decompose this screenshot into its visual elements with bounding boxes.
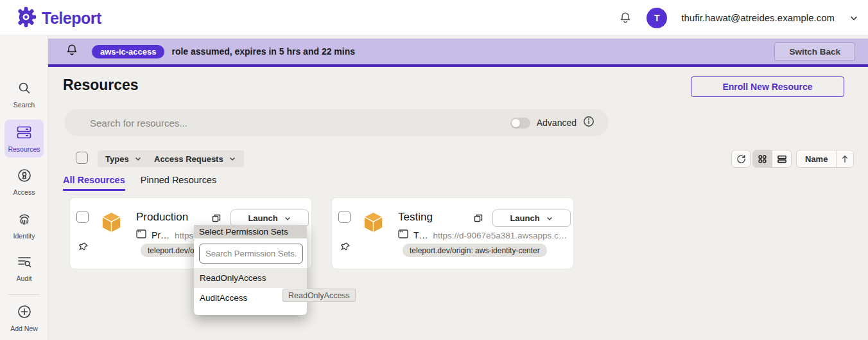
- teleport-logo[interactable]: Teleport: [15, 6, 101, 30]
- permission-set-option-readonlyaccess[interactable]: ReadOnlyAccess: [194, 268, 307, 288]
- notifications-bell-icon[interactable]: [618, 11, 632, 25]
- types-filter-button[interactable]: Types: [98, 150, 150, 167]
- resources-icon: [16, 131, 32, 142]
- permission-set-tooltip: ReadOnlyAccess: [282, 289, 356, 302]
- list-view-button[interactable]: [772, 150, 791, 167]
- view-mode-toggle: [752, 150, 792, 168]
- permission-sets-dropdown-title: Select Permission Sets: [194, 225, 307, 238]
- tab-all-resources[interactable]: All Resources: [63, 175, 125, 191]
- identity-fingerprint-icon: [17, 218, 32, 229]
- app-url[interactable]: https://d-9067e5a381.awsapps.com/s…: [433, 231, 570, 240]
- copy-icon[interactable]: [211, 213, 221, 226]
- sidebar-item-search[interactable]: Search: [0, 80, 48, 109]
- sidebar: Search Resources Access: [0, 35, 48, 340]
- sidebar-item-add-new[interactable]: Add New: [0, 304, 48, 332]
- launch-button[interactable]: Launch: [230, 210, 309, 227]
- teleport-app: Teleport T thufir.hawat@atreides.example…: [0, 0, 868, 340]
- arrow-up-icon: [841, 155, 849, 163]
- copy-icon[interactable]: [473, 213, 483, 226]
- permission-sets-search-input[interactable]: [199, 244, 303, 264]
- info-icon[interactable]: [583, 116, 595, 130]
- chevron-down-icon: [284, 215, 291, 222]
- advanced-toggle[interactable]: [510, 118, 530, 129]
- chevron-down-icon: [546, 215, 553, 222]
- pin-icon[interactable]: [78, 242, 89, 255]
- access-requests-filter-button[interactable]: Access Requests: [146, 150, 244, 167]
- banner-bell-icon: [65, 43, 79, 60]
- grid-view-button[interactable]: [753, 150, 772, 167]
- refresh-icon: [736, 154, 746, 164]
- user-email: thufir.hawat@atreides.example.com: [681, 12, 835, 23]
- app-name-truncated: T…: [413, 230, 428, 240]
- resource-tabs: All Resources Pinned Resources: [63, 175, 216, 191]
- sidebar-item-resources[interactable]: Resources: [4, 120, 44, 157]
- tab-pinned-resources[interactable]: Pinned Resources: [141, 175, 217, 191]
- banner-message: role assumed, expires in 5 hrs and 22 mi…: [171, 46, 355, 57]
- launch-button[interactable]: Launch: [492, 210, 571, 227]
- user-avatar[interactable]: T: [647, 8, 667, 28]
- sort-field-button[interactable]: Name: [797, 154, 836, 164]
- aws-app-icon: [98, 209, 125, 238]
- enroll-new-resource-button[interactable]: Enroll New Resource: [691, 76, 844, 97]
- resource-search-bar: Advanced: [64, 109, 609, 136]
- user-menu-chevron-down-icon[interactable]: [849, 13, 859, 23]
- sidebar-item-identity[interactable]: Identity: [0, 211, 48, 240]
- origin-tag: teleport.dev/origin: aws-identity-center: [403, 244, 547, 257]
- sidebar-item-audit[interactable]: Audit: [0, 255, 48, 282]
- resource-title: Production: [136, 211, 188, 224]
- sidebar-item-access[interactable]: Access: [0, 168, 48, 196]
- assumed-role-badge: aws-ic-access: [92, 45, 164, 58]
- page-title: Resources: [63, 76, 139, 94]
- card-checkbox[interactable]: [76, 211, 89, 223]
- teleport-gear-icon: [15, 6, 37, 30]
- sort-control: Name: [796, 150, 854, 168]
- sort-direction-button[interactable]: [836, 150, 853, 167]
- brand-name: Teleport: [42, 9, 101, 28]
- sidebar-divider: [8, 294, 40, 295]
- chevron-down-icon: [229, 155, 236, 163]
- switch-back-button[interactable]: Switch Back: [774, 42, 855, 61]
- assumed-role-banner: aws-ic-access role assumed, expires in 5…: [48, 39, 868, 67]
- resource-search-input[interactable]: [90, 118, 510, 129]
- aws-app-icon: [360, 209, 386, 238]
- resource-card-testing: Testing Launch T… https://d-9067e5a381.a…: [331, 197, 574, 269]
- chevron-down-icon: [134, 155, 142, 163]
- access-keyhole-icon: [17, 174, 32, 185]
- app-name-truncated: Pr…: [152, 230, 169, 240]
- top-header: Teleport T thufir.hawat@atreides.example…: [0, 0, 868, 35]
- card-checkbox[interactable]: [338, 211, 351, 223]
- select-all-checkbox[interactable]: [76, 152, 88, 164]
- refresh-button[interactable]: [731, 150, 751, 168]
- audit-list-icon: [17, 260, 32, 271]
- list-icon: [777, 154, 787, 164]
- resource-title: Testing: [398, 211, 433, 224]
- grid-icon: [758, 154, 767, 164]
- app-window-icon: [136, 229, 146, 241]
- advanced-label: Advanced: [537, 118, 577, 128]
- app-window-icon: [398, 229, 408, 241]
- search-icon: [17, 87, 32, 98]
- add-new-plus-icon: [17, 310, 32, 321]
- pin-icon[interactable]: [340, 242, 351, 255]
